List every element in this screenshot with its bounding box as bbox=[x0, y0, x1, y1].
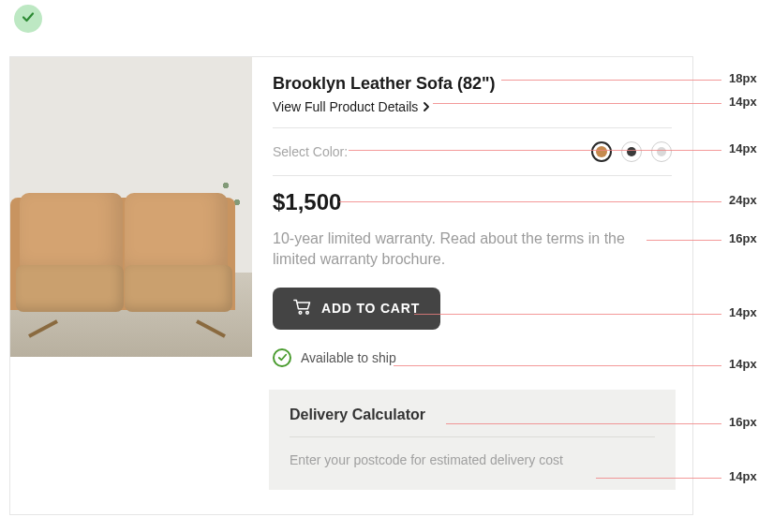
annotation-label: 14px bbox=[729, 95, 757, 109]
svg-point-0 bbox=[299, 311, 302, 314]
annotation-label: 14px bbox=[729, 357, 757, 371]
availability-row: Available to ship bbox=[273, 348, 672, 367]
annotation-line bbox=[394, 365, 721, 366]
annotation-label: 24px bbox=[729, 193, 757, 207]
annotation-line bbox=[349, 150, 721, 151]
annotation-label: 16px bbox=[729, 415, 757, 429]
color-swatch-light-grey[interactable] bbox=[651, 141, 672, 162]
annotation-label: 14px bbox=[729, 469, 757, 483]
view-details-link[interactable]: View Full Product Details bbox=[273, 99, 672, 114]
divider bbox=[273, 127, 672, 128]
divider bbox=[273, 175, 672, 176]
product-card: Brooklyn Leather Sofa (82") View Full Pr… bbox=[9, 56, 693, 515]
color-label: Select Color: bbox=[273, 144, 348, 159]
annotation-line bbox=[433, 103, 721, 104]
annotation-label: 14px bbox=[729, 141, 757, 155]
price: $1,500 bbox=[273, 189, 672, 215]
annotation-line bbox=[501, 80, 721, 81]
delivery-calculator: Delivery Calculator Enter your postcode … bbox=[269, 390, 676, 490]
color-swatch-tan[interactable] bbox=[591, 141, 612, 162]
annotation-line bbox=[446, 423, 721, 424]
warranty-text: 10-year limited warranty. Read about the… bbox=[273, 229, 672, 271]
color-swatch-charcoal[interactable] bbox=[621, 141, 642, 162]
annotation-line bbox=[339, 201, 721, 202]
cart-icon bbox=[293, 299, 312, 318]
view-details-label: View Full Product Details bbox=[273, 99, 418, 114]
delivery-title: Delivery Calculator bbox=[290, 406, 655, 423]
divider bbox=[290, 436, 655, 437]
color-swatches bbox=[591, 141, 672, 162]
annotation-label: 18px bbox=[729, 71, 757, 85]
availability-text: Available to ship bbox=[301, 350, 396, 365]
annotation-label: 16px bbox=[729, 231, 757, 245]
add-to-cart-label: ADD TO CART bbox=[321, 301, 420, 316]
annotation-line bbox=[414, 314, 721, 315]
annotation-line bbox=[647, 240, 721, 241]
success-badge bbox=[14, 5, 42, 33]
delivery-hint: Enter your postcode for estimated delive… bbox=[290, 452, 655, 467]
annotation-label: 14px bbox=[729, 305, 757, 319]
product-image bbox=[10, 57, 252, 357]
add-to-cart-button[interactable]: ADD TO CART bbox=[273, 288, 440, 330]
chevron-right-icon bbox=[422, 99, 431, 114]
svg-point-1 bbox=[306, 311, 309, 314]
check-circle-icon bbox=[273, 348, 291, 367]
check-icon bbox=[21, 9, 36, 28]
product-title: Brooklyn Leather Sofa (82") bbox=[273, 74, 672, 94]
annotation-line bbox=[596, 478, 721, 479]
color-selector-row: Select Color: bbox=[273, 141, 672, 162]
